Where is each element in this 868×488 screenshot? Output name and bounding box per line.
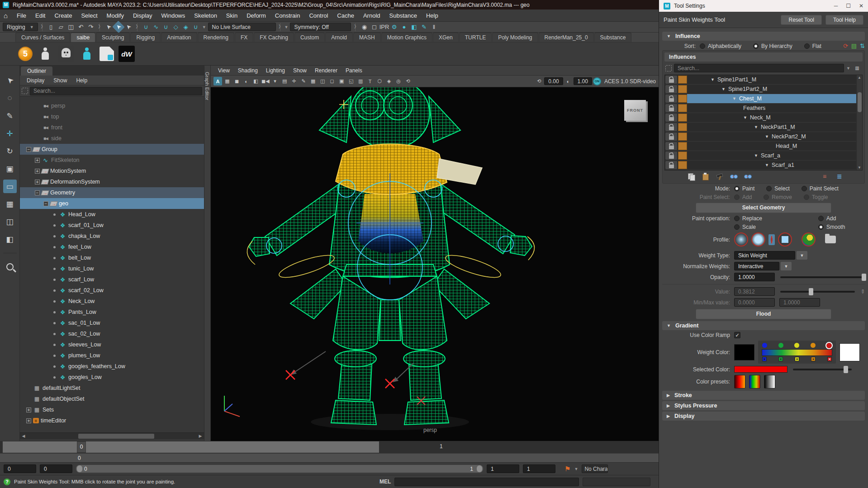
use-color-ramp-checkbox[interactable]: ✓ bbox=[734, 332, 740, 338]
influence-row[interactable]: ▼ Scarf_a1 bbox=[665, 161, 862, 170]
range-slider-track[interactable]: 0 1 bbox=[76, 465, 483, 473]
shelf-tab[interactable]: FX bbox=[235, 33, 253, 42]
shelf-dmw-icon[interactable]: dW bbox=[119, 46, 135, 62]
animation-end-field[interactable]: 1 bbox=[523, 464, 555, 473]
ramp-delete-red[interactable]: ✕ bbox=[827, 357, 832, 361]
menu-item[interactable]: Constrain bbox=[270, 11, 305, 20]
outliner-item[interactable]: MotionSystem bbox=[20, 166, 204, 176]
menu-item[interactable]: Create bbox=[50, 11, 76, 20]
expand-toggle-icon[interactable] bbox=[52, 364, 57, 369]
collapse-arrow-icon[interactable]: ▼ bbox=[754, 153, 758, 158]
viewport-menu-item[interactable]: Panels bbox=[342, 66, 366, 75]
tool-settings-titlebar[interactable]: M Tool Settings ─ ☐ ✕ bbox=[659, 0, 868, 12]
shelf-tab[interactable]: Substance bbox=[594, 33, 632, 42]
field-chart-icon[interactable]: ◱ bbox=[347, 77, 356, 85]
menu-item[interactable]: Display bbox=[128, 11, 157, 20]
paint-select-tool-icon[interactable]: ✎ bbox=[3, 109, 17, 123]
expand-toggle-icon[interactable] bbox=[43, 201, 48, 206]
grease-pencil-icon[interactable]: ✎ bbox=[299, 77, 308, 85]
refresh-influences-icon[interactable]: ⟳ bbox=[843, 43, 848, 49]
scroll-track[interactable] bbox=[27, 434, 197, 439]
move-weights-icon[interactable] bbox=[730, 173, 738, 180]
select-highlight-toggle-icon[interactable]: A bbox=[213, 77, 222, 85]
new-scene-icon[interactable]: ▯ bbox=[47, 23, 56, 31]
influence-row[interactable]: ▼ NeckPart1_M bbox=[665, 123, 862, 132]
scroll-up-icon[interactable]: ▲ bbox=[858, 76, 861, 80]
expand-toggle-icon[interactable] bbox=[52, 277, 57, 282]
scale-tool-icon[interactable]: ▣ bbox=[3, 162, 17, 175]
viewport-menu-item[interactable]: View bbox=[214, 66, 233, 75]
menu-item[interactable]: Control bbox=[304, 11, 332, 20]
expand-toggle-icon[interactable] bbox=[52, 212, 57, 217]
collapse-arrow-icon[interactable]: ▼ bbox=[732, 96, 736, 101]
sort-alphabetically-option[interactable]: Alphabetically bbox=[700, 43, 741, 49]
lock-icon[interactable] bbox=[665, 123, 678, 131]
lasso-tool-icon[interactable]: ◌ bbox=[3, 91, 17, 105]
op-replace-option[interactable]: Replace bbox=[734, 215, 806, 222]
snap-grid-icon[interactable]: ∪ bbox=[142, 23, 151, 31]
preset-fire-icon[interactable] bbox=[734, 375, 745, 389]
ramp-delete-blue[interactable]: ✕ bbox=[762, 357, 767, 361]
layout-outliner-persp-icon[interactable]: ◧ bbox=[3, 232, 17, 246]
ramp-key-yellow[interactable] bbox=[794, 343, 799, 348]
collapse-arrow-icon[interactable]: ▼ bbox=[743, 115, 747, 120]
select-component-icon[interactable]: ➤ bbox=[122, 21, 135, 33]
shelf-tab[interactable]: TURTLE bbox=[459, 33, 492, 42]
gate-mask-icon[interactable]: ▣ bbox=[337, 77, 346, 85]
scroll-down-icon[interactable]: ▼ bbox=[858, 166, 861, 170]
playback-range[interactable] bbox=[3, 441, 379, 453]
influence-row[interactable]: ▼ NeckPart2_M bbox=[665, 132, 862, 142]
expand-toggle-icon[interactable] bbox=[26, 418, 31, 423]
outliner-item[interactable]: defaultObjectSet bbox=[20, 393, 204, 404]
shelf-mannequin-icon[interactable] bbox=[37, 46, 53, 62]
shelf-mannequin-cyan-icon[interactable] bbox=[79, 46, 95, 62]
show-selected-icon[interactable] bbox=[823, 173, 830, 180]
sort-by-hierarchy-option[interactable]: By Hierarchy bbox=[753, 43, 792, 49]
pause-icon[interactable]: ‖ bbox=[429, 23, 438, 31]
expand-toggle-icon[interactable] bbox=[52, 353, 57, 358]
lock-icon[interactable] bbox=[665, 133, 678, 141]
expand-toggle-icon[interactable] bbox=[52, 288, 57, 293]
wireframe-on-shaded-icon[interactable]: ▦ bbox=[223, 77, 232, 85]
influence-row[interactable]: ▼ Spine1Part2_M bbox=[665, 85, 862, 94]
ramp-delete-orange[interactable]: ✕ bbox=[811, 357, 816, 361]
mel-label[interactable]: MEL bbox=[379, 479, 391, 485]
menu-item[interactable]: Edit bbox=[31, 11, 50, 20]
colorspace-label[interactable]: ACES 1.0 SDR-video bbox=[604, 78, 656, 85]
outliner-item[interactable]: chapka_Low bbox=[20, 231, 204, 242]
expand-toggle-icon[interactable] bbox=[26, 147, 31, 152]
radio-icon[interactable] bbox=[804, 43, 810, 49]
opacity-field[interactable]: 1.0000 bbox=[734, 273, 775, 281]
radio-icon[interactable] bbox=[753, 43, 759, 49]
browse-brush-icon[interactable] bbox=[825, 236, 836, 243]
brush-solid-selected[interactable] bbox=[768, 234, 775, 245]
outliner-item[interactable]: DeformationSystem bbox=[20, 176, 204, 187]
shelf-tab[interactable]: Sculpting bbox=[96, 33, 130, 42]
influence-row[interactable]: ▼ Head_M bbox=[665, 142, 862, 151]
outliner-item[interactable]: tunic_Low bbox=[20, 263, 204, 274]
expand-toggle-icon[interactable] bbox=[35, 158, 40, 163]
lighting-toggle-icon[interactable]: ◧ bbox=[251, 77, 260, 85]
filter-icon[interactable] bbox=[22, 88, 28, 94]
expand-toggle-icon[interactable] bbox=[35, 190, 40, 195]
outliner-item[interactable]: plumes_Low bbox=[20, 350, 204, 361]
flood-button[interactable]: Flood bbox=[696, 309, 831, 319]
move-tool-icon[interactable]: ✛ bbox=[3, 127, 17, 140]
shelf-tab[interactable]: FX Caching bbox=[254, 33, 294, 42]
render-settings-icon[interactable]: ⚙ bbox=[389, 23, 398, 31]
menu-item[interactable]: Substance bbox=[385, 11, 422, 20]
live-surface-field[interactable]: No Live Surface bbox=[208, 23, 276, 31]
expand-toggle-icon[interactable] bbox=[26, 407, 31, 412]
xray-joints-icon[interactable]: ◎ bbox=[394, 77, 403, 85]
influence-color-swatch[interactable] bbox=[678, 123, 687, 131]
outliner-hscrollbar[interactable]: ◀ ▶ bbox=[20, 432, 204, 439]
outliner-item[interactable]: scarf_Low bbox=[20, 274, 204, 285]
collapse-arrow-icon[interactable]: ▼ bbox=[765, 163, 769, 167]
current-frame-marker[interactable]: 0 bbox=[77, 441, 86, 453]
expand-toggle-icon[interactable] bbox=[52, 310, 57, 315]
menu-set-dropdown[interactable]: Rigging ▼ bbox=[3, 23, 38, 31]
color-management-on-badge[interactable]: ON bbox=[593, 77, 601, 85]
viewport-menu-item[interactable]: Lighting bbox=[262, 66, 289, 75]
symmetry-field[interactable]: Symmetry: Off bbox=[290, 23, 351, 31]
collapse-arrow-icon[interactable]: ▼ bbox=[721, 87, 726, 91]
